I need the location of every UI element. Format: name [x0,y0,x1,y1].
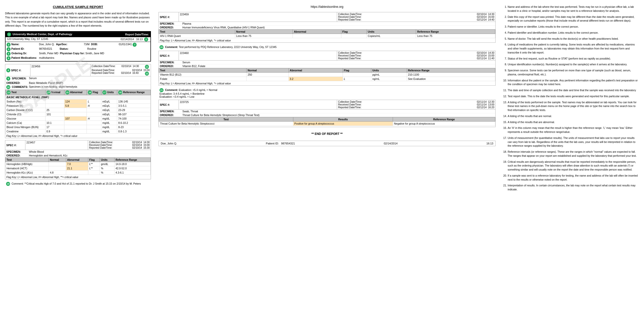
report-title: CUMULATIVE SAMPLE REPORT [5,5,151,9]
circle-14: 14 [47,90,51,94]
end-of-report: ** END OF REPORT ** [158,132,496,136]
table-row: Sodium (Na) 124 L mEq/L 136-145 [6,99,151,104]
list-item: An 'H' in this column may mean that the … [508,126,639,134]
list-item: Patient name or identifier. Links result… [508,25,639,29]
ordering-dr-value: Smith, Peter MD [39,52,58,56]
circle-19: 19 [6,182,10,186]
table-row: Calcium (Ca) 10.1 mg/dL 8.6-10.2 [6,121,151,125]
footer-patient-id-label: Patient ID: [266,142,279,145]
circle-6: 6 [7,56,11,60]
ordered-label-c2: ORDERED: [160,65,182,68]
ordered-value-c1: Human Immunodeficiency Virus RNA, Quanti… [182,26,265,29]
age-sex-label: Age/Sex: [56,43,84,47]
spec-label-c1: SPEC #: [160,16,170,19]
col-flag-2: Flag [88,158,100,162]
center-specimen-3: SPEC #: 223725 Collection Date/Time:02/1… [158,100,496,127]
list-item: Listing of medications the patient is cu… [508,43,639,55]
col-normal-2: Normal [49,158,66,162]
col-abnormal: 15Abnormal [64,90,87,95]
list-item: Date this copy of the report was printed… [508,15,639,23]
col-ref: 18Reference Range [117,90,151,95]
circle-10: 10 [6,85,10,89]
circle-13: 13 [7,90,11,94]
circle-20: 20 [159,45,164,49]
circle-15: 15 [65,90,69,94]
list-item: Critical results are dangerously abnorma… [508,160,639,172]
col-test-2: Test [6,158,49,162]
col-flag: 16Flag [87,90,101,95]
table-row: Throat Culture for Beta Hemolytic Strept… [159,122,495,126]
circle-3: 3 [7,43,11,47]
table-row: Folate 3.2 L ng/mL See Evaluation [159,77,495,81]
list-item: A listing of the results that are normal… [508,114,639,118]
patient-info-block: 1 University Medical Center, Dept. of Pa… [5,31,151,62]
circle-12: 12 [145,72,149,76]
left-column: CUMULATIVE SAMPLE REPORT Different labor… [5,5,151,314]
spec-id-c1: 223459 [180,13,189,16]
table-row: Hematocrit (HCT) 21.1 L** % 42.0-52.0 [6,166,151,171]
ordered-label-c3: ORDERED: [160,114,182,117]
ordered-label-c1: ORDERED: [160,26,182,29]
medications-value: multivitamins [39,56,54,60]
facility-name: University Medical Center, Dept. of Path… [13,33,72,36]
dob-label: DOB: [91,43,119,47]
comment-21-label: Comment: [165,88,179,91]
list-item: Test report date. This is the date the t… [508,94,639,98]
footer-time: 16:13 [486,142,493,145]
footer-date: 02/14/2014 [384,142,397,145]
ordered-value-c2: Vitamin B12, Folate [182,65,205,68]
circle-7-placeholder: 7 [133,43,137,47]
ordered-value-1: Basic Metabolic Panel (BMP) [29,81,63,84]
center-specimen-2: SPEC #: 223460 Collection Date/Time:02/1… [158,51,496,86]
flag-key-1: Flag Key: L= Abnormal Low, H= Abnormal H… [6,135,150,137]
comment-21: 21 Comment: Evaluation: >5.4 ng/mL = Nor… [158,88,496,99]
specimen-label-c2: SPECIMEN: [160,61,182,64]
spec-label-8: SPEC #: [11,69,21,72]
list-item: A listing of the results that are abnorm… [508,120,639,124]
table-row: Chloride (Cl) 101 mEq/L 98-107 [6,112,151,117]
table-row: Vitamin B12 (B12) 250 pg/mL 210-1100 [159,73,495,77]
list-item: Patient identifier and identification nu… [508,31,639,35]
ordered-label-1: ORDERED: [6,81,29,84]
col-units: 17Units [101,90,117,95]
spec-dates-2: Collection Date/Time:02/10/14 14:30 Rece… [88,140,151,150]
patient-id-value: 987654321 [39,47,52,51]
list-item: Unique identification number(s). Number(… [508,63,639,67]
report-footer: Doe, John Q. Patient ID: 987654321 02/14… [158,141,496,146]
status-label: Status: [60,47,87,51]
spec-id-1: 223456 [31,65,40,68]
list-item: Name and address of the lab where the te… [508,5,639,13]
comments-label-1: COMMENTS: [12,85,28,88]
list-item: The date and time of sample collection a… [508,88,639,92]
list-item: Units of measurement (for quantitative r… [508,136,639,148]
group-header-bmp: BASIC METABOLIC PANEL (BMP) [6,95,151,99]
circle-21: 21 [159,88,164,92]
spec-dates-c1: Collection Date/Time:02/10/14 14:30 Rece… [337,12,495,22]
specimen-label-2: SPECIMEN: [6,150,29,153]
patient-info-header: 1 University Medical Center, Dept. of Pa… [6,32,150,37]
table-row: Hemoglobin (HB/Hgb) 7.0 L** gm/dL 14.0-1… [6,162,151,166]
ordered-value-2: Hemoglobin and Hematocrit, A1c [29,154,68,157]
col-abnormal-2: Abnormal [66,158,88,162]
results-table-c3: Test Results Reference Range Throat Cult… [159,117,495,126]
list-item: Name of doctor. The lab will send the re… [508,37,639,41]
ordering-dr-label: Ordering Dr: [11,52,39,56]
center-url: https://labtestsonline.org [158,5,496,9]
test-table-1: 13Test 14Normal 15Abnormal 16Flag 17Unit [5,90,151,134]
col-units-2: Units [100,158,114,162]
list-item: Specimen source. Some tests can be perfo… [508,69,639,77]
ordered-value-c3: Throat Culture for Beta Hemolytic Strept… [182,114,260,117]
spec-id-2: 223457 [26,141,35,144]
status-value: Routine [87,47,96,51]
specimen-value-1: Serum [29,77,37,81]
specimen-label-c1: SPECIMEN: [160,22,182,25]
right-column: Name and address of the lab where the te… [503,5,639,314]
col-test: 13Test [6,90,46,95]
table-row: Glucose 107 H mg/dL 74-100 [6,117,151,121]
spec-dates-c3: Collection Date/Time:02/11/14 12:30 Rece… [337,100,495,109]
ordered-label-2: ORDERED: [6,154,29,157]
specimen-value-c2: Serum [182,61,190,64]
spec-dates-1: Collection Date/Time:02/10/14 14:30 11 R… [91,64,151,76]
facility-address: 123 University Way, City, ST 12345 [7,37,48,41]
list-item: If a sample was sent to a reference labo… [508,174,639,182]
